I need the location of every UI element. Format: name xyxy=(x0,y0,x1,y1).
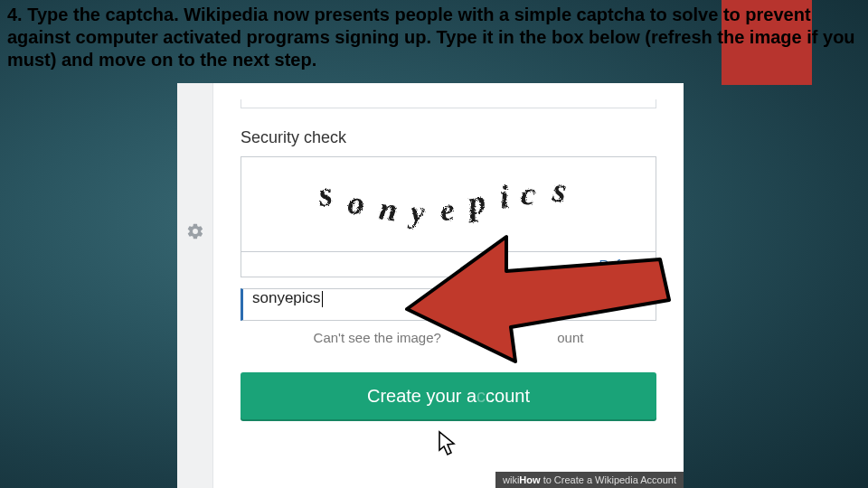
attribution-bar: wikiHow to Create a Wikipedia Account xyxy=(495,472,684,488)
svg-text:e: e xyxy=(439,192,456,227)
svg-text:p: p xyxy=(462,182,488,222)
svg-text:s: s xyxy=(316,174,334,213)
captcha-box: s o n y e p i c s Refresh xyxy=(241,156,656,277)
prior-field-sliver xyxy=(241,99,656,108)
captcha-input[interactable]: sonyepics xyxy=(241,288,656,321)
help-text-right: ount xyxy=(557,330,583,345)
gear-icon xyxy=(186,222,204,240)
captcha-input-value: sonyepics xyxy=(252,289,321,306)
svg-text:i: i xyxy=(498,178,511,215)
cursor-icon xyxy=(436,430,459,457)
svg-text:s: s xyxy=(550,170,569,210)
svg-text:c: c xyxy=(521,175,536,212)
svg-text:o: o xyxy=(346,184,365,221)
create-button-label-left: Create your a xyxy=(367,386,476,406)
create-button-label-right: count xyxy=(486,386,530,406)
security-check-label: Security check xyxy=(241,128,662,147)
screenshot-panel: Security check s o n y e p i c xyxy=(177,83,684,488)
help-text: Can't see the image? ount xyxy=(235,330,662,345)
svg-text:n: n xyxy=(377,190,400,228)
help-text-left: Can't see the image? xyxy=(314,330,445,345)
captcha-footer: Refresh xyxy=(241,251,656,277)
attribution-prefix: wiki xyxy=(503,474,519,485)
text-caret xyxy=(322,291,323,307)
screenshot-sidebar xyxy=(177,83,213,488)
instruction-text: 4. Type the captcha. Wikipedia now prese… xyxy=(7,4,861,71)
captcha-image: s o n y e p i c s xyxy=(241,157,656,251)
attribution-bold: How xyxy=(519,474,540,485)
refresh-link[interactable]: Refresh xyxy=(599,257,646,272)
svg-text:y: y xyxy=(407,195,426,230)
captcha-input-wrap: sonyepics xyxy=(241,288,656,321)
attribution-rest: to Create a Wikipedia Account xyxy=(541,474,676,485)
screenshot-main: Security check s o n y e p i c xyxy=(213,83,684,488)
create-account-button[interactable]: Create your account xyxy=(241,372,656,419)
